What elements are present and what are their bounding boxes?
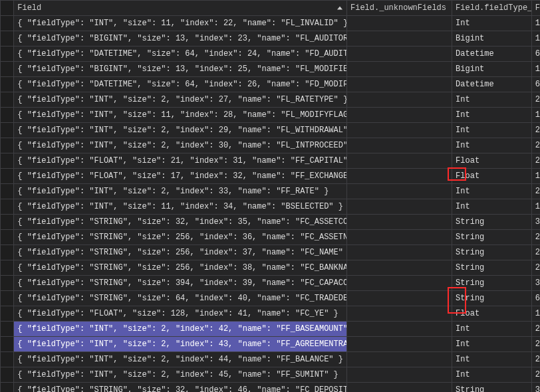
- cell-unknown[interactable]: [346, 260, 452, 276]
- cell-extra[interactable]: 1: [531, 306, 540, 322]
- cell-unknown[interactable]: [346, 77, 452, 92]
- table-row[interactable]: { "fieldType": "BIGINT", "size": 13, "in…: [1, 62, 541, 77]
- cell-extra[interactable]: 2: [531, 230, 540, 245]
- cell-extra[interactable]: 2: [531, 92, 540, 108]
- cell-field[interactable]: { "fieldType": "INT", "size": 11, "index…: [14, 108, 347, 123]
- table-row[interactable]: { "fieldType": "DATETIME", "size": 64, "…: [1, 77, 541, 92]
- cell-fieldtype[interactable]: String: [452, 383, 532, 393]
- table-row[interactable]: { "fieldType": "BIGINT", "size": 13, "in…: [1, 31, 541, 47]
- table-row[interactable]: { "fieldType": "FLOAT", "size": 128, "in…: [1, 306, 541, 322]
- cell-fieldtype[interactable]: Float: [452, 153, 532, 169]
- table-row[interactable]: { "fieldType": "INT", "size": 2, "index"…: [1, 184, 541, 199]
- cell-extra[interactable]: 2: [531, 337, 540, 352]
- cell-extra[interactable]: 6: [531, 47, 540, 62]
- cell-extra[interactable]: 1: [531, 108, 540, 123]
- cell-extra[interactable]: 2: [531, 138, 540, 153]
- table-row[interactable]: { "fieldType": "DATETIME", "size": 64, "…: [1, 47, 541, 62]
- cell-unknown[interactable]: [346, 215, 452, 230]
- cell-unknown[interactable]: [346, 169, 452, 184]
- cell-extra[interactable]: 2: [531, 184, 540, 199]
- column-header-unknown[interactable]: Field._unknownFields: [346, 1, 452, 16]
- cell-unknown[interactable]: [346, 322, 452, 337]
- cell-extra[interactable]: 2: [531, 123, 540, 138]
- cell-unknown[interactable]: [346, 291, 452, 306]
- cell-field[interactable]: { "fieldType": "FLOAT", "size": 21, "ind…: [14, 153, 347, 169]
- column-header-field[interactable]: Field: [14, 1, 347, 16]
- table-row[interactable]: { "fieldType": "INT", "size": 2, "index"…: [1, 352, 541, 367]
- table-row[interactable]: { "fieldType": "STRING", "size": 32, "in…: [1, 215, 541, 230]
- cell-extra[interactable]: 3: [531, 383, 540, 393]
- cell-unknown[interactable]: [346, 62, 452, 77]
- cell-fieldtype[interactable]: Int: [452, 16, 532, 31]
- cell-field[interactable]: { "fieldType": "DATETIME", "size": 64, "…: [14, 77, 347, 92]
- cell-field[interactable]: { "fieldType": "INT", "size": 2, "index"…: [14, 352, 347, 367]
- cell-fieldtype[interactable]: String: [452, 260, 532, 276]
- cell-extra[interactable]: 1: [531, 62, 540, 77]
- cell-extra[interactable]: 1: [531, 31, 540, 47]
- cell-unknown[interactable]: [346, 352, 452, 367]
- cell-field[interactable]: { "fieldType": "BIGINT", "size": 13, "in…: [14, 62, 347, 77]
- cell-unknown[interactable]: [346, 276, 452, 291]
- cell-fieldtype[interactable]: Bigint: [452, 62, 532, 77]
- cell-fieldtype[interactable]: Datetime: [452, 77, 532, 92]
- cell-fieldtype[interactable]: Float: [452, 306, 532, 322]
- cell-field[interactable]: { "fieldType": "INT", "size": 2, "index"…: [14, 92, 347, 108]
- cell-extra[interactable]: 1: [531, 169, 540, 184]
- cell-fieldtype[interactable]: Int: [452, 108, 532, 123]
- cell-fieldtype[interactable]: Int: [452, 184, 532, 199]
- header-row[interactable]: Field Field._unknownFields Field.fieldTy…: [1, 1, 541, 16]
- cell-field[interactable]: { "fieldType": "STRING", "size": 32, "in…: [14, 383, 347, 393]
- cell-field[interactable]: { "fieldType": "INT", "size": 2, "index"…: [14, 138, 347, 153]
- table-row[interactable]: { "fieldType": "INT", "size": 2, "index"…: [1, 123, 541, 138]
- cell-field[interactable]: { "fieldType": "DATETIME", "size": 64, "…: [14, 47, 347, 62]
- cell-field[interactable]: { "fieldType": "INT", "size": 2, "index"…: [14, 123, 347, 138]
- table-row[interactable]: { "fieldType": "STRING", "size": 394, "i…: [1, 276, 541, 291]
- cell-field[interactable]: { "fieldType": "INT", "size": 11, "index…: [14, 199, 347, 215]
- cell-unknown[interactable]: [346, 16, 452, 31]
- cell-extra[interactable]: 2: [531, 322, 540, 337]
- cell-unknown[interactable]: [346, 92, 452, 108]
- cell-extra[interactable]: 3: [531, 276, 540, 291]
- table-row[interactable]: { "fieldType": "INT", "size": 2, "index"…: [1, 92, 541, 108]
- table-row[interactable]: { "fieldType": "INT", "size": 2, "index"…: [1, 322, 541, 337]
- table-row[interactable]: { "fieldType": "INT", "size": 2, "index"…: [1, 337, 541, 352]
- cell-unknown[interactable]: [346, 306, 452, 322]
- cell-field[interactable]: { "fieldType": "STRING", "size": 256, "i…: [14, 245, 347, 260]
- cell-fieldtype[interactable]: String: [452, 291, 532, 306]
- cell-fieldtype[interactable]: Bigint: [452, 31, 532, 47]
- data-grid[interactable]: Field Field._unknownFields Field.fieldTy…: [0, 0, 540, 392]
- cell-unknown[interactable]: [346, 108, 452, 123]
- table-row[interactable]: { "fieldType": "INT", "size": 11, "index…: [1, 16, 541, 31]
- cell-unknown[interactable]: [346, 184, 452, 199]
- cell-extra[interactable]: 2: [531, 153, 540, 169]
- cell-fieldtype[interactable]: Int: [452, 199, 532, 215]
- grid-table[interactable]: Field Field._unknownFields Field.fieldTy…: [0, 0, 540, 392]
- table-row[interactable]: { "fieldType": "STRING", "size": 64, "in…: [1, 291, 541, 306]
- cell-unknown[interactable]: [346, 138, 452, 153]
- cell-extra[interactable]: 6: [531, 291, 540, 306]
- table-row[interactable]: { "fieldType": "STRING", "size": 256, "i…: [1, 260, 541, 276]
- cell-field[interactable]: { "fieldType": "INT", "size": 2, "index"…: [14, 322, 347, 337]
- cell-extra[interactable]: 1: [531, 16, 540, 31]
- cell-field[interactable]: { "fieldType": "INT", "size": 2, "index"…: [14, 337, 347, 352]
- table-row[interactable]: { "fieldType": "STRING", "size": 32, "in…: [1, 383, 541, 393]
- table-row[interactable]: { "fieldType": "STRING", "size": 256, "i…: [1, 230, 541, 245]
- cell-unknown[interactable]: [346, 123, 452, 138]
- cell-fieldtype[interactable]: Int: [452, 123, 532, 138]
- cell-unknown[interactable]: [346, 31, 452, 47]
- cell-extra[interactable]: 6: [531, 77, 540, 92]
- cell-field[interactable]: { "fieldType": "STRING", "size": 256, "i…: [14, 260, 347, 276]
- cell-unknown[interactable]: [346, 230, 452, 245]
- cell-extra[interactable]: 2: [531, 260, 540, 276]
- cell-field[interactable]: { "fieldType": "INT", "size": 11, "index…: [14, 16, 347, 31]
- table-row[interactable]: { "fieldType": "FLOAT", "size": 17, "ind…: [1, 169, 541, 184]
- cell-unknown[interactable]: [346, 199, 452, 215]
- cell-extra[interactable]: 2: [531, 367, 540, 383]
- cell-field[interactable]: { "fieldType": "STRING", "size": 256, "i…: [14, 230, 347, 245]
- cell-fieldtype[interactable]: Datetime: [452, 47, 532, 62]
- cell-fieldtype[interactable]: String: [452, 276, 532, 291]
- table-row[interactable]: { "fieldType": "INT", "size": 2, "index"…: [1, 138, 541, 153]
- cell-field[interactable]: { "fieldType": "BIGINT", "size": 13, "in…: [14, 31, 347, 47]
- cell-unknown[interactable]: [346, 153, 452, 169]
- cell-extra[interactable]: 2: [531, 245, 540, 260]
